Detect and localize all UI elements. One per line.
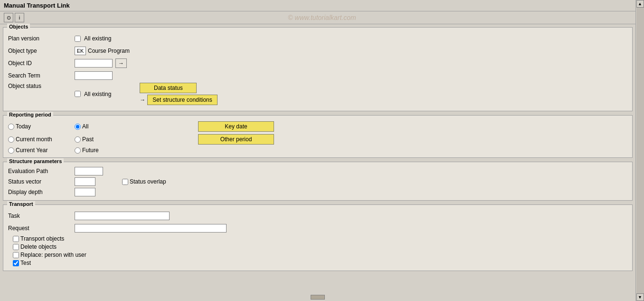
object-id-row: Object ID → [8,58,627,68]
object-status-checkbox[interactable] [75,91,81,97]
scroll-down-button[interactable]: ▼ [636,293,644,301]
current-year-radio-cell: Current Year [8,147,75,154]
scroll-track [636,8,644,293]
current-month-radio-cell: Current month [8,136,75,143]
eval-path-label: Evaluation Path [8,168,75,175]
replace-person-label: Replace: person with user [20,252,86,258]
key-date-button[interactable]: Key date [198,121,274,132]
plan-version-row: Plan version All existing [8,33,627,44]
back-button[interactable]: ⊙ [4,13,13,22]
structure-section: Structure parameters Evaluation Path Sta… [3,162,633,201]
task-row: Task [8,211,627,221]
toolbar: ⊙ i © www.tutorialkart.com [0,11,644,24]
test-row: Test [13,260,627,266]
all-label: All [82,123,88,130]
object-type-input[interactable] [75,47,86,55]
transport-section: Transport Task Request Transport objects… [3,204,633,271]
eval-path-input[interactable] [75,167,103,175]
transport-objects-row: Transport objects [13,235,627,242]
other-period-button[interactable]: Other period [198,134,274,145]
current-year-label: Current Year [16,147,47,154]
plan-version-checkbox[interactable] [75,36,81,42]
task-input[interactable] [75,212,170,220]
search-term-row: Search Term [8,70,627,81]
status-overlap-checkbox[interactable] [122,179,128,185]
horizontal-scroll-thumb[interactable] [311,295,325,300]
title-bar: Manual Transport Link [0,0,644,11]
bottom-scrollbar [0,293,635,301]
search-term-label: Search Term [8,72,75,79]
delete-objects-checkbox[interactable] [13,244,19,250]
reporting-section: Reporting period Today All Key date Curr… [3,115,633,158]
object-type-row: Object type Course Program [8,46,627,56]
today-radio-cell: Today [8,123,75,130]
object-status-row: Object status All existing Data status →… [8,83,627,105]
request-row: Request [8,223,627,233]
all-radio[interactable] [75,124,81,130]
past-radio-cell: Past [75,136,136,143]
status-vector-label: Status vector [8,178,75,185]
today-radio[interactable] [8,124,14,130]
request-input[interactable] [75,224,227,233]
reporting-section-title: Reporting period [7,112,53,117]
transport-objects-checkbox[interactable] [13,236,19,242]
past-radio[interactable] [75,136,81,143]
object-type-text: Course Program [88,48,130,54]
test-label: Test [20,260,31,266]
app-title: Manual Transport Link [4,2,70,9]
task-label: Task [8,213,75,219]
current-month-label: Current month [16,136,52,143]
future-radio-cell: Future [75,147,136,154]
future-label: Future [82,147,99,154]
search-term-input[interactable] [75,71,113,80]
data-status-button[interactable]: Data status [140,83,197,93]
status-vector-input[interactable] [75,177,95,186]
today-label: Today [16,123,31,130]
past-label: Past [82,136,94,143]
replace-person-checkbox[interactable] [13,252,19,258]
display-depth-input[interactable] [75,188,95,196]
transport-section-title: Transport [7,201,35,207]
replace-person-row: Replace: person with user [13,252,627,258]
object-status-label: Object status [8,83,75,89]
current-year-radio[interactable] [8,147,14,154]
structure-section-title: Structure parameters [7,158,64,164]
object-id-label: Object ID [8,60,75,67]
object-id-input[interactable] [75,59,113,68]
object-id-arrow-button[interactable]: → [115,58,127,68]
object-status-text: All existing [84,91,111,97]
watermark: © www.tutorialkart.com [288,14,356,21]
transport-objects-label: Transport objects [20,235,64,242]
set-structure-button[interactable]: Set structure conditions [147,95,217,105]
request-label: Request [8,225,75,232]
delete-objects-row: Delete objects [13,243,627,250]
set-structure-arrow-icon: → [140,97,145,103]
plan-version-text: All existing [84,35,111,42]
objects-section-title: Objects [7,24,30,29]
info-button[interactable]: i [15,13,24,22]
test-checkbox[interactable] [13,260,19,266]
right-scrollbar: ▲ ▼ [635,0,644,301]
display-depth-label: Display depth [8,189,75,195]
delete-objects-label: Delete objects [20,243,57,250]
plan-version-label: Plan version [8,35,75,42]
future-radio[interactable] [75,147,81,154]
scroll-up-button[interactable]: ▲ [636,0,644,8]
object-type-label: Object type [8,48,75,54]
status-overlap-label: Status overlap [130,178,166,185]
current-month-radio[interactable] [8,136,14,143]
objects-section: Objects Plan version All existing Object… [3,27,633,111]
all-radio-cell: All [75,123,136,130]
